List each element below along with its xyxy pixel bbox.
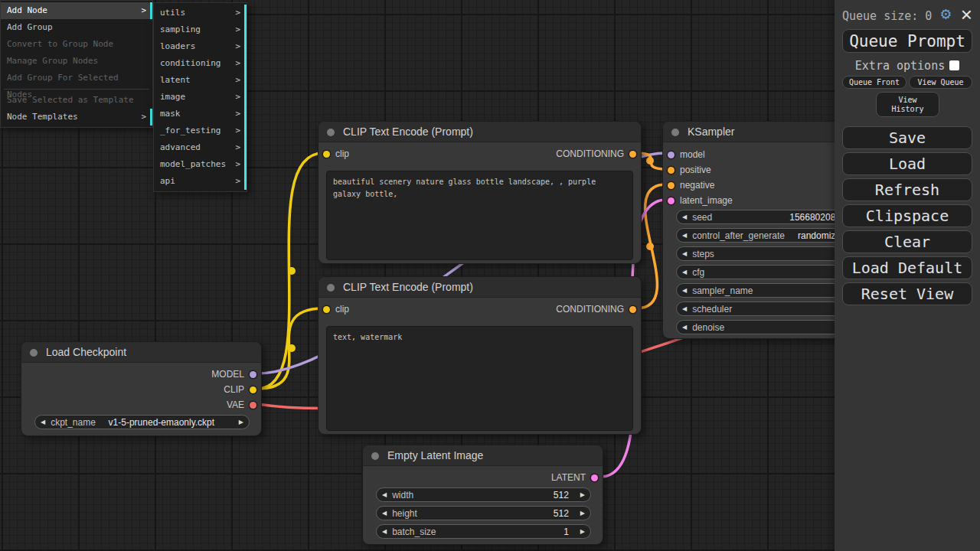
widget-denoise[interactable]: ◀ denoise bbox=[676, 320, 860, 334]
submenu-item-conditioning[interactable]: conditioning > bbox=[154, 55, 247, 72]
decrement-arrow-icon[interactable]: ◀ bbox=[377, 488, 392, 501]
output-slot-conditioning[interactable]: CONDITIONING bbox=[556, 302, 636, 317]
close-icon[interactable]: × bbox=[961, 5, 972, 24]
input-slot-positive[interactable]: positive bbox=[668, 162, 711, 178]
node-title-bar[interactable]: Empty Latent Image bbox=[363, 445, 603, 466]
decrement-arrow-icon[interactable]: ◀ bbox=[677, 321, 692, 334]
next-option-arrow-icon[interactable]: ▶ bbox=[234, 416, 249, 429]
widget-ckpt-name[interactable]: ◀ ckpt_name v1-5-pruned-emaonly.ckpt ▶ bbox=[34, 415, 250, 429]
decrement-arrow-icon[interactable]: ◀ bbox=[677, 302, 692, 315]
input-slot-latent-image[interactable]: latent_image bbox=[668, 193, 733, 208]
node-clip-text-encode-positive[interactable]: CLIP Text Encode (Prompt) clip CONDITION… bbox=[318, 121, 642, 264]
input-slot-negative[interactable]: negative bbox=[668, 178, 714, 193]
prev-option-arrow-icon[interactable]: ◀ bbox=[35, 416, 51, 429]
submenu-item-loaders[interactable]: loaders > bbox=[154, 38, 247, 55]
node-title: KSampler bbox=[688, 126, 734, 138]
menu-item-add-node[interactable]: Add Node > bbox=[1, 2, 152, 19]
view-history-button[interactable]: View History bbox=[876, 92, 939, 117]
widget-control-after-generate[interactable]: ◀ control_after_generate randomize bbox=[676, 228, 860, 243]
collapse-dot[interactable] bbox=[671, 129, 679, 136]
clear-button[interactable]: Clear bbox=[842, 230, 972, 253]
widget-batch-size[interactable]: ◀ batch_size 1 ▶ bbox=[376, 524, 591, 539]
node-clip-text-encode-negative[interactable]: CLIP Text Encode (Prompt) clip CONDITION… bbox=[318, 276, 642, 435]
decrement-arrow-icon[interactable]: ◀ bbox=[377, 507, 392, 520]
collapse-dot[interactable] bbox=[327, 129, 335, 136]
conditioning-port-icon[interactable] bbox=[668, 182, 675, 189]
node-title-bar[interactable]: CLIP Text Encode (Prompt) bbox=[318, 277, 641, 298]
clip-port-icon[interactable] bbox=[323, 306, 330, 313]
decrement-arrow-icon[interactable]: ◀ bbox=[677, 284, 692, 297]
submenu-item-utils[interactable]: utils > bbox=[154, 5, 247, 21]
prompt-textarea[interactable]: text, watermark bbox=[326, 326, 633, 431]
submenu-item-sampling[interactable]: sampling > bbox=[154, 21, 247, 38]
increment-arrow-icon[interactable]: ▶ bbox=[575, 525, 590, 538]
widget-steps[interactable]: ◀ steps bbox=[676, 246, 860, 261]
submenu-chevron-icon: > bbox=[235, 55, 240, 72]
decrement-arrow-icon[interactable]: ◀ bbox=[677, 210, 692, 223]
model-port-icon[interactable] bbox=[250, 371, 256, 378]
node-title-bar[interactable]: Load Checkpoint bbox=[21, 342, 261, 363]
submenu-item-model-patches[interactable]: model_patches > bbox=[154, 156, 247, 173]
output-slot-model[interactable]: MODEL bbox=[211, 367, 256, 382]
clip-port-icon[interactable] bbox=[323, 151, 330, 158]
view-queue-button[interactable]: View Queue bbox=[909, 76, 972, 89]
load-button[interactable]: Load bbox=[842, 152, 972, 175]
load-default-button[interactable]: Load Default bbox=[842, 256, 972, 279]
collapse-dot[interactable] bbox=[30, 349, 38, 357]
latent-port-icon[interactable] bbox=[668, 197, 675, 204]
vae-port-icon[interactable] bbox=[250, 402, 256, 409]
menu-item-save-selected-as-template: Save Selected as Template bbox=[1, 92, 152, 109]
input-slot-clip[interactable]: clip bbox=[323, 302, 349, 317]
clipspace-button[interactable]: Clipspace bbox=[842, 204, 972, 227]
decrement-arrow-icon[interactable]: ◀ bbox=[677, 229, 692, 242]
latent-port-icon[interactable] bbox=[591, 474, 598, 481]
model-port-icon[interactable] bbox=[668, 152, 675, 158]
node-load-checkpoint[interactable]: Load Checkpoint MODEL CLIP VAE ◀ ckpt_na… bbox=[21, 341, 262, 436]
conditioning-port-icon[interactable] bbox=[629, 151, 636, 158]
input-slot-model[interactable]: model bbox=[668, 147, 705, 162]
submenu-item-for-testing[interactable]: _for_testing > bbox=[154, 122, 247, 139]
submenu-item-image[interactable]: image > bbox=[154, 89, 247, 106]
widget-height[interactable]: ◀ height 512 ▶ bbox=[376, 506, 591, 520]
increment-arrow-icon[interactable]: ▶ bbox=[575, 488, 590, 501]
port-label: clip bbox=[335, 304, 349, 315]
submenu-item-api[interactable]: api > bbox=[154, 173, 247, 190]
widget-scheduler[interactable]: ◀ scheduler bbox=[676, 302, 860, 316]
output-slot-vae[interactable]: VAE bbox=[227, 397, 256, 412]
widget-cfg[interactable]: ◀ cfg bbox=[676, 265, 860, 279]
refresh-button[interactable]: Refresh bbox=[842, 178, 972, 201]
node-empty-latent-image[interactable]: Empty Latent Image LATENT ◀ width 512 ▶ … bbox=[362, 445, 603, 545]
submenu-item-advanced[interactable]: advanced > bbox=[154, 139, 247, 156]
menu-item-add-group[interactable]: Add Group bbox=[1, 19, 152, 36]
input-slot-clip[interactable]: clip bbox=[323, 146, 349, 161]
submenu-item-mask[interactable]: mask > bbox=[154, 106, 247, 122]
decrement-arrow-icon[interactable]: ◀ bbox=[677, 266, 692, 279]
menu-item-node-templates[interactable]: Node Templates > bbox=[1, 109, 152, 126]
conditioning-port-icon[interactable] bbox=[668, 167, 675, 174]
output-slot-latent[interactable]: LATENT bbox=[551, 470, 598, 485]
decrement-arrow-icon[interactable]: ◀ bbox=[377, 525, 392, 538]
extra-options-checkbox[interactable] bbox=[949, 60, 959, 70]
conditioning-port-icon[interactable] bbox=[629, 306, 636, 313]
queue-front-button[interactable]: Queue Front bbox=[842, 76, 906, 89]
increment-arrow-icon[interactable]: ▶ bbox=[575, 507, 590, 520]
submenu-item-latent[interactable]: latent > bbox=[154, 72, 247, 89]
clip-port-icon[interactable] bbox=[250, 386, 256, 393]
node-ksampler[interactable]: KSampler model positive negative latent_… bbox=[662, 121, 860, 339]
node-title-bar[interactable]: KSampler bbox=[663, 122, 859, 142]
node-title-bar[interactable]: CLIP Text Encode (Prompt) bbox=[318, 122, 641, 142]
decrement-arrow-icon[interactable]: ◀ bbox=[677, 247, 692, 260]
output-slot-conditioning[interactable]: CONDITIONING bbox=[556, 146, 636, 161]
output-slot-clip[interactable]: CLIP bbox=[224, 382, 256, 397]
widget-seed[interactable]: ◀ seed 1566802087 bbox=[676, 210, 860, 224]
reset-view-button[interactable]: Reset View bbox=[842, 282, 972, 305]
settings-gear-icon[interactable]: ⚙ bbox=[941, 5, 951, 22]
widget-width[interactable]: ◀ width 512 ▶ bbox=[376, 487, 591, 502]
menu-item-label: loaders bbox=[160, 38, 195, 55]
collapse-dot[interactable] bbox=[371, 452, 379, 460]
collapse-dot[interactable] bbox=[327, 284, 335, 292]
save-button[interactable]: Save bbox=[842, 126, 972, 149]
queue-prompt-button[interactable]: Queue Prompt bbox=[842, 29, 972, 53]
widget-sampler-name[interactable]: ◀ sampler_name bbox=[676, 283, 860, 298]
prompt-textarea[interactable]: beautiful scenery nature glass bottle la… bbox=[326, 171, 633, 260]
